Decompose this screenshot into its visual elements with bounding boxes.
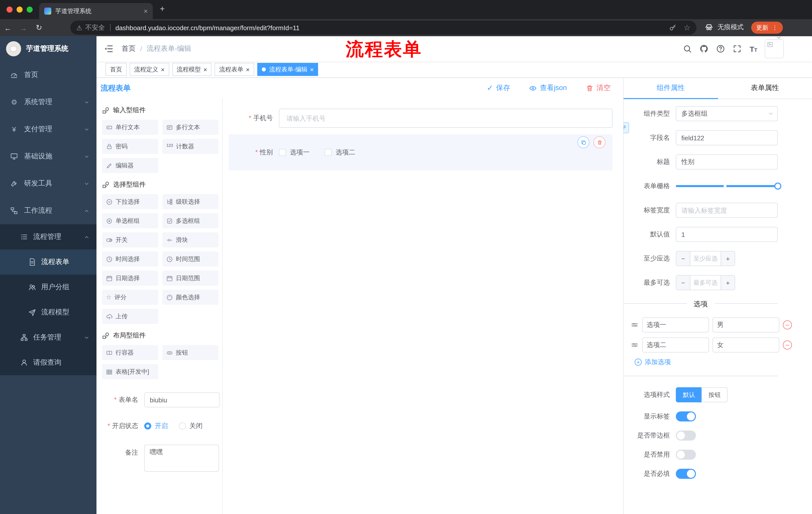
status-on-radio[interactable]: 开启 <box>144 422 168 431</box>
sidebar-item-payment[interactable]: ¥ 支付管理 <box>0 116 96 143</box>
palette-item-single-line-text[interactable]: 单行文本 <box>102 120 158 135</box>
tab-close-icon[interactable]: × <box>144 7 148 15</box>
increase-button[interactable]: + <box>721 276 735 290</box>
style-default-button[interactable]: 默认 <box>676 387 702 402</box>
tag-close-icon[interactable]: × <box>161 66 165 73</box>
gender-option-1-checkbox[interactable]: 选项一 <box>279 148 310 157</box>
decrease-button[interactable]: − <box>676 276 690 290</box>
url-bar[interactable]: ⚠ 不安全 dashboard.yudao.iocoder.cn/bpm/man… <box>70 21 696 35</box>
copy-widget-button[interactable] <box>577 136 589 148</box>
palette-item-date-range[interactable]: 日期范围 <box>162 271 219 286</box>
sidebar-item-user-groups[interactable]: 用户分组 <box>0 275 96 300</box>
sidebar-item-process-management[interactable]: 流程管理 <box>0 224 96 249</box>
palette-item-switch[interactable]: 开关 <box>102 232 158 247</box>
sidebar-item-infrastructure[interactable]: 基础设施 <box>0 143 96 170</box>
palette-item-date-picker[interactable]: 日期选择 <box>102 271 158 286</box>
sidebar-item-task-management[interactable]: 任务管理 <box>0 325 96 350</box>
sidebar-item-dev-tools[interactable]: 研发工具 <box>0 170 96 197</box>
tab-component-props[interactable]: 组件属性 <box>624 77 718 99</box>
zoom-window-button[interactable] <box>27 6 33 12</box>
fullscreen-icon[interactable] <box>729 36 745 61</box>
forward-button[interactable]: → <box>16 23 31 32</box>
component-type-select[interactable]: 多选框组 <box>676 106 778 121</box>
palette-item-time-picker[interactable]: 时间选择 <box>102 251 158 267</box>
form-remark-textarea[interactable]: 嘿嘿 <box>144 444 219 472</box>
tab-form-props[interactable]: 表单属性 <box>718 77 812 99</box>
phone-input[interactable] <box>279 109 612 128</box>
form-grid-slider[interactable] <box>676 179 778 194</box>
gender-option-2-checkbox[interactable]: 选项二 <box>325 148 355 157</box>
view-json-button[interactable]: 查看json <box>529 83 567 92</box>
user-avatar[interactable] <box>765 39 784 58</box>
reload-button[interactable]: ↻ <box>31 23 47 32</box>
palette-item-select[interactable]: 下拉选择 <box>102 194 158 209</box>
palette-item-row-container[interactable]: 行容器 <box>102 345 158 360</box>
increase-button[interactable]: + <box>721 251 735 266</box>
tag-close-icon[interactable]: × <box>310 66 314 73</box>
tag-close-icon[interactable]: × <box>203 66 207 73</box>
help-icon[interactable] <box>712 36 729 61</box>
palette-item-multi-line-text[interactable]: 多行文本 <box>162 120 219 135</box>
browser-menu-icon[interactable]: ⋮ <box>772 24 778 31</box>
browser-tab[interactable]: 芋道管理系统 × <box>39 3 153 19</box>
palette-item-cascader[interactable]: 级联选择 <box>162 194 219 209</box>
form-canvas[interactable]: 手机号 <box>223 99 623 514</box>
canvas-field-phone[interactable]: 手机号 <box>229 109 612 128</box>
save-button[interactable]: ✓ 保存 <box>487 83 510 92</box>
palette-item-color-picker[interactable]: 颜色选择 <box>162 290 219 305</box>
github-icon[interactable] <box>695 36 712 61</box>
clear-button[interactable]: 清空 <box>586 83 610 92</box>
palette-item-upload[interactable]: 上传 <box>102 309 158 324</box>
tag-process-definition[interactable]: 流程定义 × <box>129 63 169 76</box>
palette-item-table[interactable]: 表格[开发中] <box>102 364 158 379</box>
option-2-value-input[interactable] <box>713 337 779 353</box>
sidebar-item-process-form[interactable]: 流程表单 <box>0 249 96 275</box>
bookmark-star-icon[interactable]: ☆ <box>684 23 690 32</box>
link-handle[interactable] <box>624 122 629 133</box>
min-checked-value[interactable]: 至少应选 <box>690 251 721 266</box>
style-button-button[interactable]: 按钮 <box>701 387 728 402</box>
palette-item-password[interactable]: 密码 <box>102 139 158 154</box>
decrease-button[interactable]: − <box>676 251 690 266</box>
sidebar-item-workflow[interactable]: 工作流程 <box>0 197 96 224</box>
drag-handle-icon[interactable] <box>631 321 639 329</box>
tag-process-form-edit[interactable]: 流程表单-编辑 × <box>257 63 318 76</box>
drag-handle-icon[interactable] <box>631 341 639 349</box>
remove-option-button[interactable]: − <box>783 341 792 350</box>
sidebar-item-home[interactable]: 首页 <box>0 61 96 88</box>
palette-item-button[interactable]: 按钮 <box>162 345 219 360</box>
required-toggle[interactable] <box>676 469 696 479</box>
new-tab-button[interactable]: + <box>160 4 165 14</box>
palette-item-editor[interactable]: 编辑器 <box>102 158 158 173</box>
palette-item-rate[interactable]: ☆ 评分 <box>102 290 158 305</box>
option-2-name-input[interactable] <box>642 337 709 353</box>
title-input[interactable] <box>676 154 778 169</box>
tag-home[interactable]: 首页 <box>106 63 127 76</box>
password-key-icon[interactable] <box>669 24 676 32</box>
palette-item-checkbox-group[interactable]: 多选框组 <box>162 213 219 228</box>
canvas-field-gender-selected[interactable]: 性别 选项一 选项二 <box>229 134 612 170</box>
palette-item-time-range[interactable]: 时间范围 <box>162 251 219 267</box>
minimize-window-button[interactable] <box>17 6 23 12</box>
option-1-value-input[interactable] <box>713 317 779 332</box>
back-button[interactable]: ← <box>0 23 16 32</box>
max-checked-value[interactable]: 最多可选 <box>690 276 721 290</box>
palette-item-counter[interactable]: 123 计数器 <box>162 139 219 154</box>
search-icon[interactable] <box>679 36 695 61</box>
sidebar-fold-icon[interactable] <box>104 44 114 54</box>
remove-option-button[interactable]: − <box>783 320 792 329</box>
show-label-toggle[interactable] <box>676 411 696 422</box>
tag-process-model[interactable]: 流程模型 × <box>172 63 211 76</box>
palette-item-radio-group[interactable]: 单选框组 <box>102 213 158 228</box>
palette-item-slider[interactable]: 滑块 <box>162 232 219 247</box>
sidebar-item-process-model[interactable]: 流程模型 <box>0 300 96 325</box>
field-name-input[interactable] <box>676 130 778 145</box>
option-1-name-input[interactable] <box>642 317 709 332</box>
tag-close-icon[interactable]: × <box>246 66 250 73</box>
breadcrumb-home[interactable]: 首页 <box>122 44 136 53</box>
border-toggle[interactable] <box>676 431 696 440</box>
sidebar-item-leave-query[interactable]: 请假查询 <box>0 350 96 375</box>
font-size-icon[interactable]: TT <box>745 36 762 61</box>
avatar-dropdown-caret-icon[interactable] <box>776 35 782 41</box>
browser-update-button[interactable]: 更新 ⋮ <box>751 22 783 34</box>
